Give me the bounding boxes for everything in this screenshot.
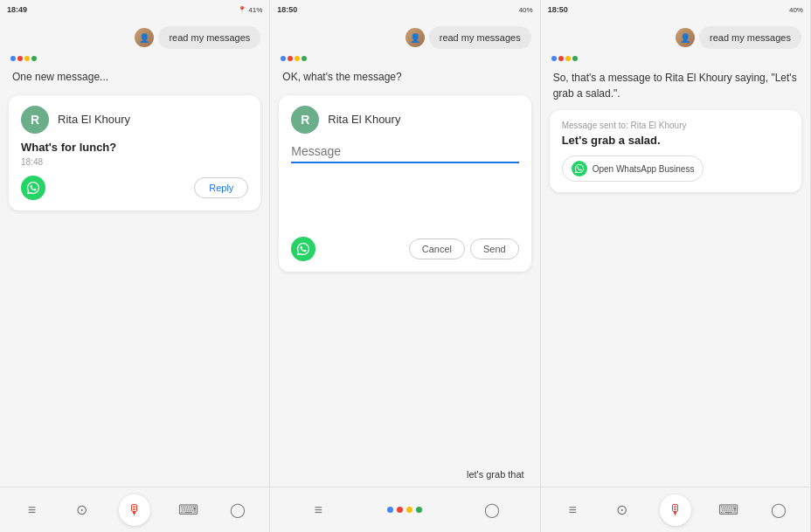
message-input-card-2: R Rita El Khoury Cancel Send [279,95,530,272]
whatsapp-icon-1[interactable] [21,176,45,200]
avatar-img-3: 👤 [676,28,695,47]
menu-icon-1[interactable]: ≡ [19,498,44,522]
contact-name-2: Rita El Khoury [328,113,400,126]
battery-icon-3: 40% [789,6,803,14]
assistant-message-2: OK, what's the message? [279,68,530,86]
sent-message-3: Let's grab a salad. [562,134,789,147]
contact-name-1: Rita El Khoury [58,113,130,126]
circle-icon-3[interactable]: ◯ [766,498,791,522]
dot-green-3 [572,56,578,61]
status-bar-1: 18:49 📍 41% [0,0,269,19]
user-avatar-3: 👤 [676,28,695,47]
time-2: 18:50 [277,5,297,14]
contact-row-2: R Rita El Khoury [291,106,518,134]
google-dots-2 [281,56,307,61]
user-bubble-1: 👤 read my messages [135,26,260,49]
google-dots-bottom [387,507,422,513]
sent-card-3: Message sent to: Rita El Khoury Let's gr… [550,110,801,192]
circle-icon-1[interactable]: ◯ [225,498,250,522]
input-actions-2: Cancel Send [291,237,518,261]
mic-button-1[interactable]: 🎙 [119,494,150,526]
message-input-2[interactable] [291,141,518,163]
bottom-dot-yellow [406,507,412,513]
mic-icon-3: 🎙 [669,502,683,518]
dot-blue-2 [281,56,286,61]
keyboard-icon-3[interactable]: ⌨ [717,498,741,522]
circle-icon-2[interactable]: ◯ [480,498,504,522]
assistant-logo-3 [551,56,801,61]
phone-panel-3: 18:50 40% 👤 read my messages So, that's … [541,0,811,532]
google-dots-3 [551,56,578,61]
lens-icon-3[interactable]: ⊙ [610,498,634,522]
card-actions-1: Reply [21,176,248,200]
assistant-logo-2 [281,56,530,61]
phone-panel-1: 18:49 📍 41% 👤 read my messages One new m… [0,0,270,532]
bottom-bar-1: ≡ ⊙ 🎙 ⌨ ◯ [0,487,269,532]
battery-icon-2: 40% [519,6,533,14]
user-message-3: read my messages [699,26,801,49]
dot-blue-3 [551,56,557,61]
send-button-2[interactable]: Send [470,238,519,259]
sent-to-3: Message sent to: Rita El Khoury [562,121,789,130]
dot-blue-1 [10,56,16,61]
user-avatar-2: 👤 [406,28,425,47]
contact-row-1: R Rita El Khoury [21,106,248,134]
user-message-2: read my messages [429,26,531,49]
status-bar-2: 18:50 40% [270,0,539,19]
bottom-dot-green [416,507,422,513]
user-message-1: read my messages [158,26,260,49]
contact-avatar-1: R [21,106,49,134]
whatsapp-small-icon-3 [572,161,587,176]
dot-red-2 [288,56,293,61]
message-body-1: What's for lunch? [21,141,248,154]
time-1: 18:49 [7,5,27,14]
avatar-img-1: 👤 [135,28,154,47]
bottom-dot-blue [387,507,393,513]
chat-area-1: 👤 read my messages One new message... R … [0,19,269,487]
dot-green-1 [31,56,37,61]
user-bubble-3: 👤 read my messages [676,26,801,49]
chat-area-3: 👤 read my messages So, that's a message … [541,19,810,487]
mic-button-3[interactable]: 🎙 [660,494,691,526]
menu-icon-2[interactable]: ≡ [306,498,330,522]
assistant-logo-1 [10,56,260,61]
partial-text-2: let's grab that [279,469,530,480]
user-avatar-1: 👤 [135,28,154,47]
status-icons-2: 40% [519,6,533,14]
dot-yellow-2 [295,56,300,61]
bottom-bar-3: ≡ ⊙ 🎙 ⌨ ◯ [541,487,810,532]
open-app-button-3[interactable]: Open WhatsApp Business [562,155,704,182]
phone-panel-2: 18:50 40% 👤 read my messages OK, what's … [270,0,540,532]
dot-red-1 [17,56,23,61]
contact-avatar-2: R [291,106,319,134]
keyboard-icon-1[interactable]: ⌨ [176,498,200,522]
location-icon: 📍 [238,6,246,14]
mic-icon-1: 🎙 [128,502,142,518]
assistant-message-1: One new message... [9,68,260,86]
bottom-bar-2: ≡ ◯ [270,487,539,532]
dot-yellow-3 [565,56,571,61]
reply-button-1[interactable]: Reply [194,177,248,198]
chat-area-2: 👤 read my messages OK, what's the messag… [270,19,539,487]
status-bar-3: 18:50 40% [541,0,810,19]
user-bubble-2: 👤 read my messages [406,26,531,49]
status-icons-1: 📍 41% [238,6,262,14]
lens-icon-1[interactable]: ⊙ [69,498,94,522]
message-card-1: R Rita El Khoury What's for lunch? 18:48… [9,95,260,211]
message-time-1: 18:48 [21,157,248,167]
whatsapp-icon-2[interactable] [291,237,315,261]
menu-icon-3[interactable]: ≡ [560,498,585,522]
avatar-img-2: 👤 [406,28,425,47]
status-icons-3: 40% [789,6,803,14]
cancel-button-2[interactable]: Cancel [409,238,465,259]
dot-yellow-1 [24,56,30,61]
dot-green-2 [302,56,307,61]
open-app-label-3: Open WhatsApp Business [593,164,695,174]
google-dots-1 [10,56,37,61]
dot-red-3 [558,56,564,61]
bottom-dot-red [397,507,403,513]
time-3: 18:50 [548,5,568,14]
assistant-response-3: So, that's a message to Rita El Khoury s… [550,68,801,103]
battery-icon-1: 41% [248,6,262,14]
